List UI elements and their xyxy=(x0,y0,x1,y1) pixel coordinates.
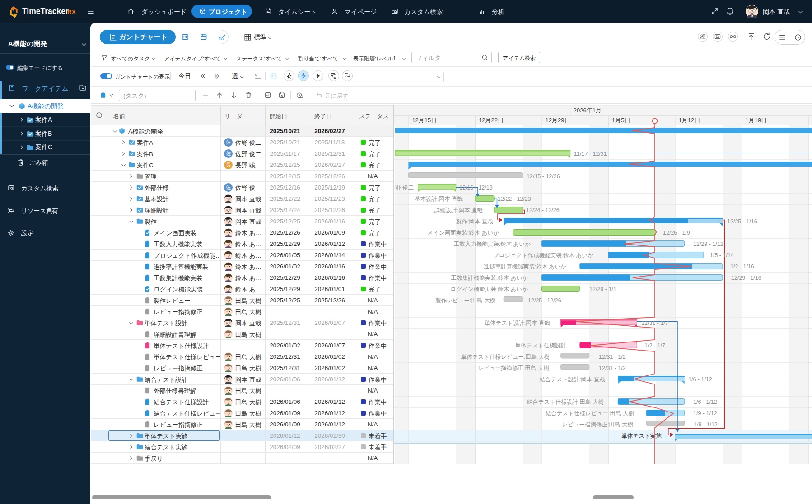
svg-text:2026年1月: 2026年1月 xyxy=(574,107,602,114)
svg-text:12/29 - 1/16: 12/29 - 1/16 xyxy=(731,275,761,281)
svg-text:12/22 - 12/23: 12/22 - 12/23 xyxy=(498,196,531,202)
svg-text:1/9 - 1/12: 1/9 - 1/12 xyxy=(694,421,718,428)
svg-text:1/2 - 1/16: 1/2 - 1/16 xyxy=(730,264,754,270)
svg-text:12/25 - 12/26: 12/25 - 12/26 xyxy=(528,297,561,304)
svg-text:進捗率計算機能実装:鈴木 あいか: 進捗率計算機能実装:鈴木 あいか xyxy=(484,264,566,270)
svg-text:11/17 - 12/31: 11/17 - 12/31 xyxy=(574,151,607,157)
svg-text:1月5日: 1月5日 xyxy=(612,117,630,124)
svg-text:単体テスト設計:岡本 直哉: 単体テスト設計:岡本 直哉 xyxy=(485,320,550,326)
svg-text:12/26 - 1/9: 12/26 - 1/9 xyxy=(663,230,690,236)
svg-text:12/31 - 1/2: 12/31 - 1/2 xyxy=(599,365,626,371)
svg-text:工数集計機能実装:鈴木 あいか: 工数集計機能実装:鈴木 あいか xyxy=(451,275,528,281)
svg-text:単体テスト仕様設計: 単体テスト仕様設計 xyxy=(515,342,567,349)
svg-text:12/24 - 12/26: 12/24 - 12/26 xyxy=(526,207,560,213)
svg-text:1月19日: 1月19日 xyxy=(745,117,767,124)
svg-text:12/29 - 1/1: 12/29 - 1/1 xyxy=(589,286,616,292)
svg-text:製作レビュー:田島 大樹: 製作レビュー:田島 大樹 xyxy=(435,297,495,304)
svg-text:プロジェクト作成機能実装:鈴木 あいか: プロジェクト作成機能実装:鈴木 あいか xyxy=(493,252,593,259)
svg-text:12/15 - 12/26: 12/15 - 12/26 xyxy=(527,173,560,180)
svg-text:ログイン機能実装:鈴木 あいか: ログイン機能実装:鈴木 あいか xyxy=(451,286,528,292)
svg-text:12月15日: 12月15日 xyxy=(412,117,437,124)
svg-text:12/16 - 12/19: 12/16 - 12/19 xyxy=(459,185,493,191)
svg-text:12/31 - 1/7: 12/31 - 1/7 xyxy=(641,320,668,326)
svg-text:レビュー指摘修正:田島 大樹: レビュー指摘修正:田島 大樹 xyxy=(478,365,549,371)
svg-text:1月12日: 1月12日 xyxy=(679,117,700,124)
svg-text:詳細設計:岡本 直哉: 詳細設計:岡本 直哉 xyxy=(434,207,483,213)
svg-text:単体テスト仕様レビュー:田島 大樹: 単体テスト仕様レビュー:田島 大樹 xyxy=(461,354,550,360)
svg-text:1/6 - 1/12: 1/6 - 1/12 xyxy=(688,376,712,383)
svg-text:12月22日: 12月22日 xyxy=(479,117,504,124)
svg-text:12月29日: 12月29日 xyxy=(546,117,570,124)
svg-text:結合テスト仕様設計:田島 大樹: 結合テスト仕様設計:田島 大樹 xyxy=(527,399,604,405)
svg-text:1/6 - 1/12: 1/6 - 1/12 xyxy=(693,399,717,405)
svg-text:単体テスト実施: 単体テスト実施 xyxy=(622,433,662,439)
svg-text:12/31 - 1/2: 12/31 - 1/2 xyxy=(599,354,626,360)
svg-text:製作:岡本 直哉: 製作:岡本 直哉 xyxy=(456,218,493,225)
svg-text:外部仕様:佐野 俊二: 外部仕様:佐野 俊二 xyxy=(394,185,414,191)
svg-text:12/29 - 1/12: 12/29 - 1/12 xyxy=(693,241,723,247)
svg-text:結合テスト設計:岡本 直哉: 結合テスト設計:岡本 直哉 xyxy=(539,376,605,383)
svg-text:1/5 - 1/14: 1/5 - 1/14 xyxy=(710,252,734,259)
svg-text:レビュー指摘修正:田島 大樹: レビュー指摘修正:田島 大樹 xyxy=(562,421,633,428)
svg-text:工数入力機能実装:鈴木 あいか: 工数入力機能実装:鈴木 あいか xyxy=(454,241,531,247)
svg-text:結合テスト仕様レビュー:田島 大樹: 結合テスト仕様レビュー:田島 大樹 xyxy=(545,410,634,416)
svg-text:12/25 - 1/16: 12/25 - 1/16 xyxy=(727,218,757,225)
svg-text:1/9 - 1/12: 1/9 - 1/12 xyxy=(693,410,717,416)
svg-text:1/2 - 1/7: 1/2 - 1/7 xyxy=(644,342,665,349)
svg-text:基本設計:岡本 直哉: 基本設計:岡本 直哉 xyxy=(415,196,463,202)
svg-text:メイン画面実装:鈴木 あいか: メイン画面実装:鈴木 あいか xyxy=(427,230,499,236)
